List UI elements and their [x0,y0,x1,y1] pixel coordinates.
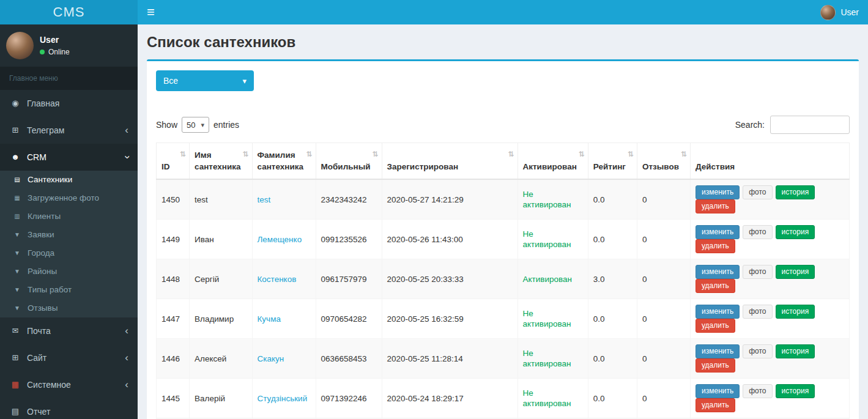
edit-button[interactable]: изменить [696,265,740,279]
cell-registered: 2020-05-25 20:33:33 [382,259,517,299]
history-button[interactable]: история [776,265,815,279]
history-button[interactable]: история [776,225,815,239]
cell-mobile: 0971392246 [316,379,382,418]
sidebar-item-mail[interactable]: ✉ Почта ‹ [0,317,138,344]
filter-select[interactable]: Все ▾ [156,70,254,91]
edit-button[interactable]: изменить [696,185,740,199]
edit-button[interactable]: изменить [696,384,740,398]
delete-button[interactable]: удалить [696,319,735,333]
cell-id: 1449 [157,220,190,259]
sidebar-subitem-cities[interactable]: ▼ Города [0,244,138,262]
sidebar-item-crm[interactable]: ☻ CRM ‹ [0,144,138,171]
delete-button[interactable]: удалить [696,398,735,412]
sort-icon: ⇅ [628,149,634,160]
last-name-link[interactable]: Скакун [258,354,284,363]
sidebar-item-label: Телеграм [27,125,64,136]
chevron-down-icon: ‹ [124,155,130,159]
column-label: ID [161,162,170,171]
column-header-6[interactable]: Активирован⇅ [517,143,588,180]
sidebar-subitem-label: Клиенты [28,211,61,222]
sidebar-item-home[interactable]: ◉ Главная [0,90,138,117]
sidebar-item-site[interactable]: ⊞ Сайт ‹ [0,344,138,371]
chevron-down-icon: ▾ [242,76,247,86]
navbar: ≡ User [138,0,868,24]
image-icon: ▦ [12,193,22,204]
cell-first-name: Валерій [190,379,253,418]
last-name-link[interactable]: Студзінський [258,394,308,403]
sidebar-item-system[interactable]: ▦ Системное ‹ [0,371,138,398]
cell-reviews: 0 [637,379,690,418]
sidebar-subitem-districts[interactable]: ▼ Районы [0,262,138,281]
column-header-8[interactable]: Отзывов⇅ [637,143,690,180]
column-header-5[interactable]: Зарегистрирован⇅ [382,143,517,180]
photo-button[interactable]: фото [743,305,772,319]
filter-icon: ▼ [12,266,22,277]
cell-mobile: 0991235526 [316,220,382,259]
cell-activated: Активирован [517,259,588,299]
column-header-1[interactable]: ID⇅ [157,143,190,180]
search-input[interactable] [770,116,850,134]
edit-button[interactable]: изменить [696,344,740,358]
edit-button[interactable]: изменить [696,305,740,319]
delete-button[interactable]: удалить [696,358,735,373]
sidebar: User Online Главное меню ◉ Главная ⊞ Тел… [0,24,138,419]
user-status[interactable]: Online [40,48,70,56]
history-button[interactable]: история [776,185,815,199]
sidebar-toggle-icon[interactable]: ≡ [147,6,155,19]
cell-activated: Не активирован [517,379,588,418]
history-button[interactable]: история [776,384,815,398]
sidebar-item-telegram[interactable]: ⊞ Телеграм ‹ [0,117,138,144]
sidebar-subitem-plumbers[interactable]: ▤ Сантехники [0,171,138,189]
sidebar-item-report[interactable]: ▤ Отчет [0,398,138,419]
sort-icon: ⇅ [306,149,312,160]
chevron-left-icon: ‹ [125,382,128,388]
filter-icon: ▼ [12,229,22,240]
cell-id: 1445 [157,379,190,418]
column-header-3[interactable]: Фамилия сантехника⇅ [252,143,316,180]
sidebar-subitem-uploaded-photo[interactable]: ▦ Загруженное фото [0,189,138,207]
sidebar-subitem-reviews[interactable]: ▼ Отзывы [0,299,138,317]
page-title: Список сантехников [147,34,859,51]
sidebar-subitem-work-types[interactable]: ▼ Типы работ [0,281,138,299]
app-logo[interactable]: CMS [0,0,138,24]
last-name-link[interactable]: test [258,195,271,204]
column-header-2[interactable]: Имя сантехника⇅ [190,143,253,180]
sidebar-subitem-requests[interactable]: ▼ Заявки [0,226,138,244]
photo-button[interactable]: фото [743,384,772,398]
last-name-link[interactable]: Костенков [258,275,297,284]
navbar-user-menu[interactable]: User [820,5,859,20]
photo-button[interactable]: фото [743,185,772,199]
cell-actions: изменитьфотоисторияудалить [691,220,850,259]
last-name-link[interactable]: Кучма [258,314,281,324]
cell-rating: 0.0 [588,179,637,220]
cell-reviews: 0 [637,299,690,339]
column-header-7[interactable]: Рейтинг⇅ [588,143,637,180]
sidebar-subitem-clients[interactable]: ▥ Клиенты [0,207,138,226]
column-header-4[interactable]: Мобильный⇅ [316,143,382,180]
cell-id: 1447 [157,299,190,339]
photo-button[interactable]: фото [743,265,772,279]
delete-button[interactable]: удалить [696,279,735,293]
sort-icon: ⇅ [242,149,248,160]
cell-registered: 2020-05-26 11:43:00 [382,220,517,259]
user-name: User [40,35,70,45]
page-length-select[interactable]: 50 ▾ [182,117,209,133]
history-button[interactable]: история [776,305,815,319]
cell-first-name: Алексей [190,339,253,379]
table-body: 1450testtest23423432422020-05-27 14:21:2… [157,179,850,419]
column-header-9: Действия [691,143,850,180]
column-label: Зарегистрирован [387,162,459,171]
last-name-link[interactable]: Лемещенко [258,235,302,244]
delete-button[interactable]: удалить [696,199,735,213]
cell-id: 1446 [157,339,190,379]
sitemap-icon: ⊞ [9,352,21,363]
photo-button[interactable]: фото [743,344,772,358]
chevron-left-icon: ‹ [125,355,128,361]
delete-button[interactable]: удалить [696,239,735,253]
history-button[interactable]: история [776,344,815,358]
cell-actions: изменитьфотоисторияудалить [691,379,850,418]
edit-button[interactable]: изменить [696,225,740,239]
filter-icon: ▼ [12,284,22,295]
photo-button[interactable]: фото [743,225,772,239]
cell-last-name: Лемещенко [252,220,316,259]
